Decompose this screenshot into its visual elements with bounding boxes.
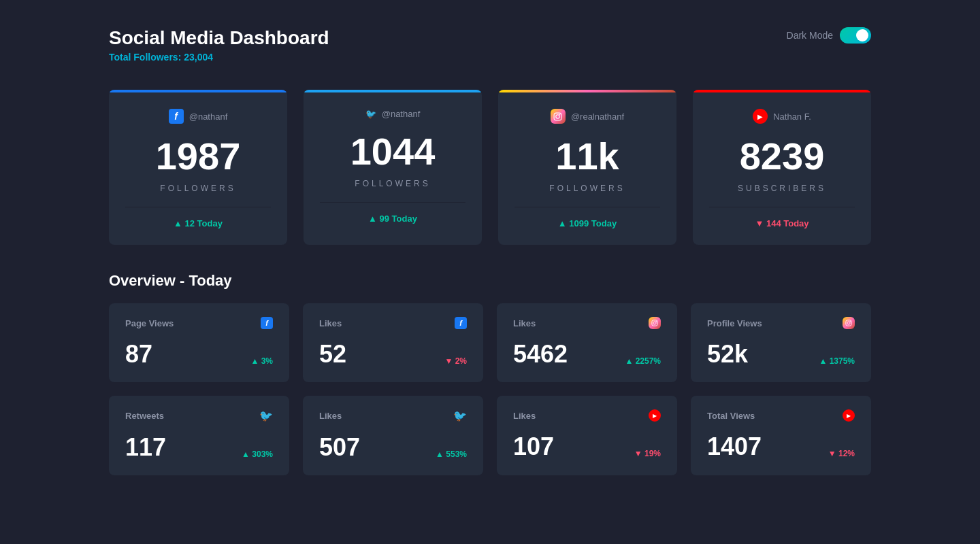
stat-title-tw-likes: Likes — [319, 411, 342, 421]
stat-change-ig-likes: 2257% — [625, 356, 661, 369]
dark-mode-toggle[interactable] — [840, 27, 871, 44]
stat-value-ig-likes: 5462 — [513, 340, 568, 369]
facebook-change: 12 Today — [125, 218, 271, 228]
card-handle-instagram: @realnathanf — [514, 109, 660, 124]
overview-grid: Page Views f 87 3% Likes f 52 2% Likes — [109, 303, 871, 475]
instagram-label: FOLLOWERS — [514, 184, 660, 193]
youtube-label: SUBSCRIBERS — [709, 184, 855, 193]
stat-card-retweets: Retweets 🐦 117 303% — [109, 396, 289, 475]
svg-point-7 — [847, 322, 850, 324]
follower-cards-grid: f @nathanf 1987 FOLLOWERS 12 Today 🐦 @na… — [109, 90, 871, 245]
instagram-icon-sm-2 — [843, 317, 855, 329]
header-title-block: Social Media Dashboard Total Followers: … — [109, 27, 329, 63]
dark-mode-control[interactable]: Dark Mode — [787, 27, 871, 44]
stat-card-ig-likes: Likes 5462 2257% — [497, 303, 677, 382]
svg-rect-0 — [554, 113, 561, 120]
stat-value-retweets: 117 — [125, 433, 166, 462]
youtube-change: 144 Today — [709, 218, 855, 228]
stat-value-yt-likes: 107 — [513, 432, 554, 461]
twitter-follower-card: 🐦 @nathanf 1044 FOLLOWERS 99 Today — [304, 90, 482, 245]
twitter-icon: 🐦 — [365, 109, 376, 119]
twitter-count: 1044 — [320, 133, 466, 171]
svg-point-1 — [556, 114, 559, 118]
stat-card-fb-likes: Likes f 52 2% — [303, 303, 483, 382]
twitter-icon-sm-2: 🐦 — [453, 409, 467, 422]
facebook-icon-sm: f — [261, 317, 273, 329]
facebook-handle: @nathanf — [189, 112, 228, 122]
stat-title-yt-likes: Likes — [513, 411, 536, 421]
svg-point-8 — [850, 321, 851, 322]
facebook-follower-card: f @nathanf 1987 FOLLOWERS 12 Today — [109, 90, 287, 245]
stat-title-retweets: Retweets — [125, 411, 164, 421]
card-handle-youtube: ▶ Nathan F. — [709, 109, 855, 124]
instagram-change: 1099 Today — [514, 218, 660, 228]
stat-title-total-views: Total Views — [707, 411, 755, 421]
twitter-change: 99 Today — [320, 214, 466, 224]
facebook-label: FOLLOWERS — [125, 184, 271, 193]
svg-point-2 — [559, 114, 561, 115]
twitter-label: FOLLOWERS — [320, 179, 466, 188]
stat-value-total-views: 1407 — [707, 432, 762, 461]
stat-card-yt-likes: Likes ▶ 107 19% — [497, 396, 677, 475]
youtube-handle: Nathan F. — [773, 112, 811, 122]
svg-point-5 — [656, 321, 657, 322]
stat-value-fb-likes: 52 — [319, 340, 346, 369]
instagram-icon — [551, 109, 566, 124]
facebook-icon: f — [169, 109, 184, 124]
stat-change-retweets: 303% — [242, 449, 273, 462]
svg-rect-6 — [846, 320, 851, 326]
twitter-handle: @nathanf — [382, 109, 421, 119]
stat-title-ig-likes: Likes — [513, 318, 536, 328]
youtube-icon: ▶ — [753, 109, 768, 124]
stat-change-fb-likes: 2% — [444, 356, 467, 369]
stat-title-page-views: Page Views — [125, 318, 174, 328]
youtube-follower-card: ▶ Nathan F. 8239 SUBSCRIBERS 144 Today — [693, 90, 871, 245]
page-header: Social Media Dashboard Total Followers: … — [109, 27, 871, 63]
toggle-knob — [856, 29, 868, 41]
svg-rect-3 — [652, 320, 657, 326]
stat-title-profile-views: Profile Views — [707, 318, 762, 328]
stat-value-profile-views: 52k — [707, 340, 748, 369]
youtube-icon-sm: ▶ — [649, 409, 661, 422]
stat-change-page-views: 3% — [250, 356, 273, 369]
stat-change-total-views: 12% — [828, 449, 855, 461]
stat-card-profile-views: Profile Views 52k 1375% — [691, 303, 871, 382]
svg-point-4 — [653, 322, 656, 324]
stat-value-tw-likes: 507 — [319, 433, 360, 462]
stat-title-fb-likes: Likes — [319, 318, 342, 328]
instagram-follower-card: @realnathanf 11k FOLLOWERS 1099 Today — [498, 90, 676, 245]
instagram-icon-sm — [649, 317, 661, 329]
youtube-icon-sm-2: ▶ — [843, 409, 855, 422]
overview-title: Overview - Today — [109, 272, 871, 290]
card-handle-twitter: 🐦 @nathanf — [320, 109, 466, 119]
stat-card-total-views: Total Views ▶ 1407 12% — [691, 396, 871, 475]
facebook-count: 1987 — [125, 137, 271, 175]
card-handle-facebook: f @nathanf — [125, 109, 271, 124]
stat-card-tw-likes: Likes 🐦 507 553% — [303, 396, 483, 475]
page-title: Social Media Dashboard — [109, 27, 329, 49]
instagram-handle: @realnathanf — [571, 112, 624, 122]
youtube-count: 8239 — [709, 137, 855, 175]
stat-change-yt-likes: 19% — [634, 449, 661, 461]
facebook-icon-sm-2: f — [455, 317, 467, 329]
twitter-icon-sm: 🐦 — [259, 409, 273, 422]
stat-change-tw-likes: 553% — [436, 449, 467, 462]
instagram-count: 11k — [514, 137, 660, 175]
stat-change-profile-views: 1375% — [819, 356, 855, 369]
total-followers: Total Followers: 23,004 — [109, 52, 329, 63]
stat-value-page-views: 87 — [125, 340, 152, 369]
stat-card-page-views: Page Views f 87 3% — [109, 303, 289, 382]
dark-mode-label: Dark Mode — [787, 30, 833, 41]
